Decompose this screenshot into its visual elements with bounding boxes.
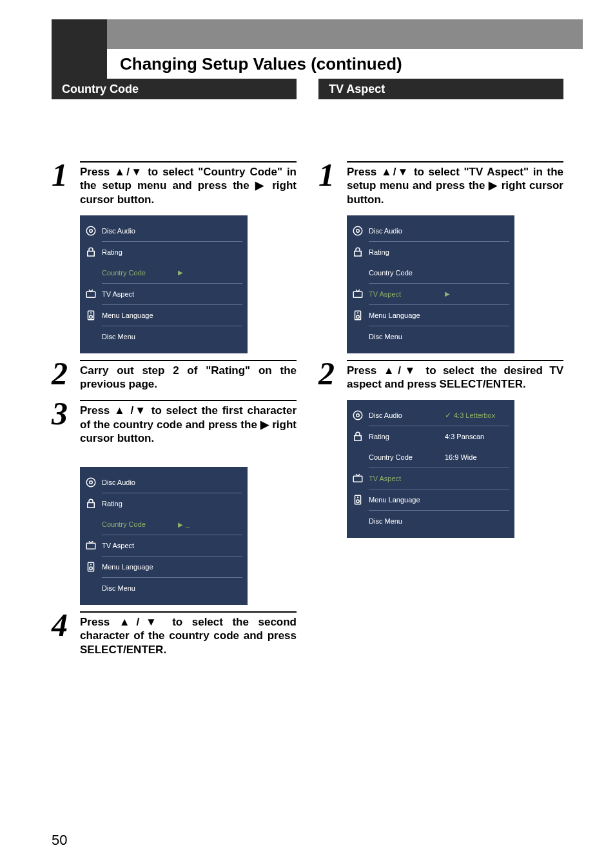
blank-icon [352,267,364,279]
svg-rect-24 [353,477,362,482]
header-gray-bar [107,19,583,49]
lock-icon [352,246,364,258]
menu-label: Rating [369,248,445,256]
svg-rect-10 [86,543,95,549]
speaker-icon [85,310,97,321]
menu-row: Disc Menu [352,511,509,531]
menu-label: Disc Audio [102,227,178,235]
menu-value: 16:9 Wide [445,453,509,461]
arrow-right-icon: ▶ [178,269,183,276]
menu-row: Country Code [352,262,509,283]
menu-label: Country Code [369,269,445,277]
blank-icon [352,451,364,463]
tv-icon [85,288,97,300]
svg-point-13 [90,564,92,565]
step-text: Press ▲/▼ to select "Country Code" in th… [80,161,297,206]
menu-row: Rating4:3 Panscan [352,426,509,447]
blank-icon [85,331,97,342]
menu-label: TV Aspect [102,290,178,298]
svg-point-8 [90,481,93,484]
step-number: 2 [318,360,347,387]
tv-icon [352,288,364,300]
svg-rect-2 [88,251,95,256]
header-title-row: Changing Setup Values (continued) [52,49,583,79]
section-header-tv-aspect: TV Aspect [318,79,563,99]
svg-point-19 [356,315,360,319]
menu-label: Menu Language [102,311,178,319]
spacer [52,99,297,157]
blank-icon [85,267,97,279]
menu-label: Disc Menu [102,584,178,592]
step-1-right: 1 Press ▲/▼ to select "TV Aspect" in the… [318,161,563,206]
menu-label: Country Code [102,520,178,528]
svg-point-7 [86,478,95,487]
blank-icon [85,518,97,530]
svg-rect-3 [86,291,95,297]
step-text: Press ▲ /▼ to select the first character… [80,400,297,445]
menu-label: Rating [102,248,178,256]
step-text: Press ▲/▼ to select the second character… [80,611,297,656]
menu-row: Menu Language [352,489,509,510]
menu-label: Country Code [369,453,445,461]
speaker-icon [85,561,97,573]
menu-row: Disc Menu [352,326,509,347]
step-4-left: 4 Press ▲/▼ to select the second charact… [52,611,297,656]
menu-row: Disc Menu [85,326,242,347]
menu-label: Disc Audio [369,411,445,419]
menu-row: Rating [352,242,509,262]
menu-label: Rating [102,500,178,508]
lock-icon [85,498,97,509]
menu-row: Country Code▶_ [85,514,242,535]
page-number: 50 [52,832,67,849]
menu-label: Menu Language [369,311,445,319]
menu-label: Disc Menu [369,517,445,525]
menu-value: ▶ [445,290,509,297]
step-number: 2 [52,360,80,387]
disc-icon [85,225,97,237]
menu-label: Disc Audio [369,227,445,235]
menu-label: Disc Menu [102,333,178,340]
menu-row: TV Aspect [85,535,242,556]
menu-row: Disc Audio [352,221,509,241]
setup-menu-4: Disc Audio✓4:3 LetterboxRating4:3 Pansca… [347,400,514,538]
menu-label: Rating [369,433,445,440]
menu-row: Menu Language [85,557,242,577]
menu-row: Menu Language [352,305,509,326]
spacer [318,99,563,157]
menu-row: TV Aspect▶ [352,284,509,304]
header-dark-block-2 [52,49,107,79]
menu-row: Rating [85,242,242,262]
menu-label: Disc Audio [102,478,178,486]
menu-value-text: 16:9 Wide [445,453,477,461]
menu-label: TV Aspect [102,542,178,549]
svg-point-1 [90,230,93,233]
cursor-underscore: _ [186,520,190,528]
step-text: Press ▲/▼ to select the desired TV aspec… [347,360,563,391]
menu-row: Disc Audio✓4:3 Letterbox [352,405,509,426]
svg-point-22 [356,414,360,417]
svg-point-27 [357,497,358,498]
menu-row: Disc Audio [85,472,242,493]
step-text: Carry out step 2 of "Rating" on the prev… [80,360,297,391]
step-number: 3 [52,400,80,427]
setup-menu-3: Disc AudioRatingCountry CodeTV Aspect▶Me… [347,215,514,353]
step-2-left: 2 Carry out step 2 of "Rating" on the pr… [52,360,297,391]
menu-label: Menu Language [369,496,445,504]
lock-icon [352,431,364,442]
lock-icon [85,246,97,258]
blank-icon [352,331,364,342]
svg-point-26 [356,500,360,503]
step-number: 1 [318,161,347,188]
svg-rect-9 [88,503,95,508]
menu-row: Disc Menu [85,578,242,598]
menu-value: ✓4:3 Letterbox [445,411,509,420]
svg-rect-17 [353,291,362,297]
left-column: Country Code 1 Press ▲/▼ to select "Coun… [52,79,297,656]
menu-label: Disc Menu [369,333,445,340]
menu-label: TV Aspect [369,290,445,298]
page: Changing Setup Values (continued) Countr… [0,0,615,868]
menu-row: Rating [85,493,242,514]
speaker-icon [352,494,364,506]
step-2-right: 2 Press ▲/▼ to select the desired TV asp… [318,360,563,391]
section-header-country-code: Country Code [52,79,297,99]
